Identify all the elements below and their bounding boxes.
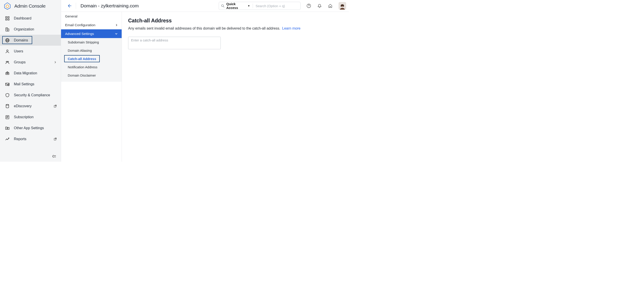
sidebar-item-domains[interactable]: Domains: [0, 35, 61, 46]
external-link-icon: [54, 137, 57, 140]
subnav-item-label: Advanced Settings: [65, 32, 94, 36]
caret-down-icon: ▼: [248, 5, 250, 7]
sidebar-item-users[interactable]: Users: [0, 46, 61, 57]
svg-point-31: [308, 7, 309, 7]
subnav-subitem-subdomain-stripping[interactable]: Subdomain Stripping: [61, 38, 122, 46]
sidebar-item-groups[interactable]: Groups: [0, 57, 61, 68]
main-content: Catch-all Address Any emails sent invali…: [122, 12, 349, 162]
user-icon: [5, 49, 10, 54]
page-title: Domain - zylkertraining.com: [80, 3, 139, 9]
sidebar-item-data-migration[interactable]: Data Migration: [0, 68, 61, 79]
subnav-subitem-notification-address[interactable]: Notification Address: [61, 63, 122, 71]
groups-icon: [5, 60, 10, 65]
subscription-icon: [5, 115, 10, 119]
external-link-icon: [54, 105, 57, 108]
sidebar-item-label: Users: [14, 49, 57, 53]
subnav-item-advanced-settings[interactable]: Advanced Settings: [61, 29, 122, 38]
sidebar-item-organization[interactable]: Organization: [0, 24, 61, 35]
svg-point-23: [7, 128, 8, 129]
subnav-subitem-label: Catch-all Address: [68, 57, 96, 61]
domain-settings-subnav: General Email Configuration Advanced Set…: [61, 12, 122, 162]
sidebar-item-ediscovery[interactable]: eDiscovery: [0, 100, 61, 111]
divider: [76, 3, 76, 9]
svg-point-14: [6, 61, 8, 62]
quick-access-label: Quick Access: [226, 2, 246, 10]
sidebar-item-label: Subscription: [14, 115, 57, 119]
back-button[interactable]: [66, 3, 72, 9]
catchall-address-input[interactable]: Enter a catch-all address: [128, 37, 221, 49]
sidebar-item-label: Data Migration: [14, 71, 57, 75]
content-description: Any emails sent invalid email addresses …: [128, 27, 349, 31]
sidebar-item-other-apps[interactable]: Other App Settings: [0, 122, 61, 133]
notifications-button[interactable]: [317, 3, 322, 8]
search-input[interactable]: [256, 4, 298, 8]
sidebar-item-label: Domains: [14, 38, 57, 42]
sidebar-item-label: Organization: [14, 27, 57, 31]
settings-folder-icon: [5, 126, 10, 130]
svg-point-13: [7, 50, 8, 51]
sidebar-item-mail-settings[interactable]: Mail Settings: [0, 79, 61, 90]
sidebar-item-dashboard[interactable]: Dashboard: [0, 13, 61, 24]
svg-rect-6: [8, 29, 9, 31]
learn-more-link[interactable]: Learn more: [282, 27, 300, 30]
help-button[interactable]: [306, 3, 311, 8]
svg-rect-4: [8, 19, 9, 20]
collapse-sidebar-button[interactable]: [52, 154, 57, 159]
sidebar-item-label: Security & Compliance: [14, 93, 57, 97]
dashboard-icon: [5, 16, 10, 21]
subnav-subitem-domain-disclaimer[interactable]: Domain Disclaimer: [61, 71, 122, 79]
subnav-item-label: Email Configuration: [65, 23, 95, 27]
chevron-down-icon: [115, 33, 118, 35]
subnav-subitem-domain-aliasing[interactable]: Domain Aliasing: [61, 46, 122, 55]
globe-icon: [5, 38, 10, 43]
app-title: Admin Console: [14, 3, 46, 9]
app-logo-icon: [4, 2, 11, 10]
building-icon: [5, 27, 10, 32]
chevron-right-icon: [54, 61, 57, 64]
svg-rect-3: [6, 19, 7, 20]
subnav-subitem-catchall-address[interactable]: Catch-all Address: [61, 55, 122, 63]
sidebar-item-label: Mail Settings: [14, 82, 57, 86]
subnav-item-general[interactable]: General: [61, 12, 122, 21]
sidebar: Admin Console Dashboard Organization: [0, 0, 61, 162]
quick-access-dropdown[interactable]: Quick Access ▼: [226, 2, 250, 10]
description-text: Any emails sent invalid email addresses …: [128, 27, 280, 30]
subnav-subitem-label: Domain Aliasing: [68, 49, 92, 52]
svg-point-28: [222, 5, 224, 7]
home-button[interactable]: [328, 3, 333, 8]
reports-icon: [5, 136, 10, 141]
subnav-item-email-configuration[interactable]: Email Configuration: [61, 21, 122, 29]
svg-point-15: [8, 61, 9, 62]
migration-icon: [5, 71, 10, 76]
input-placeholder-text: Enter a catch-all address: [131, 38, 168, 42]
sidebar-item-label: Reports: [14, 137, 50, 141]
chevron-right-icon: [116, 24, 118, 26]
subnav-subitem-label: Subdomain Stripping: [68, 40, 99, 44]
user-avatar[interactable]: [338, 2, 346, 10]
sidebar-item-label: Groups: [14, 60, 50, 64]
svg-line-29: [224, 7, 224, 8]
sidebar-item-security[interactable]: Security & Compliance: [0, 90, 61, 100]
sidebar-header: Admin Console: [0, 0, 61, 12]
search-icon: [221, 4, 224, 8]
subnav-item-label: General: [65, 14, 77, 18]
svg-point-0: [6, 5, 9, 8]
advanced-settings-submenu: Subdomain Stripping Domain Aliasing Catc…: [61, 38, 122, 82]
selected-highlight-box: Catch-all Address: [64, 55, 100, 62]
sidebar-item-label: eDiscovery: [14, 104, 50, 108]
sidebar-nav: Dashboard Organization Domains: [0, 12, 61, 144]
quick-access-search[interactable]: Quick Access ▼: [219, 2, 300, 10]
svg-rect-1: [6, 17, 7, 18]
shield-icon: [5, 93, 10, 98]
mail-settings-icon: [5, 82, 10, 87]
topbar: Domain - zylkertraining.com Quick Access…: [61, 0, 349, 12]
sidebar-item-subscription[interactable]: Subscription: [0, 111, 61, 122]
subnav-subitem-label: Domain Disclaimer: [68, 73, 96, 77]
content-heading: Catch-all Address: [128, 18, 349, 24]
svg-rect-2: [8, 17, 9, 18]
sidebar-item-label: Dashboard: [14, 16, 57, 20]
sidebar-item-reports[interactable]: Reports: [0, 133, 61, 144]
ediscovery-icon: [5, 104, 10, 109]
sidebar-item-label: Other App Settings: [14, 126, 57, 130]
divider: [253, 4, 253, 8]
